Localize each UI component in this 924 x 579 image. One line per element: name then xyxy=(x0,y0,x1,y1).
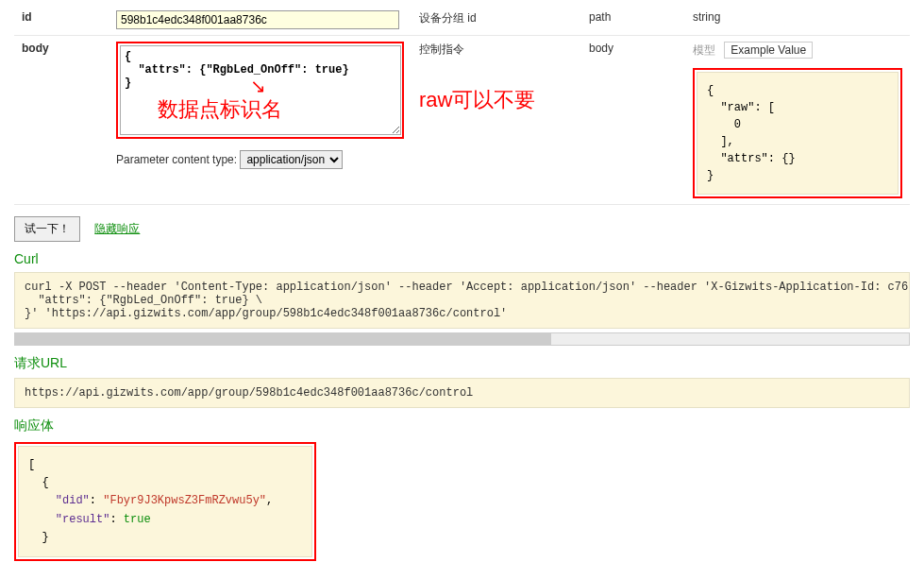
id-input[interactable] xyxy=(116,10,399,29)
parameters-table: id 设备分组 id path string body ↘ 数据点标识名 Par… xyxy=(14,5,910,205)
tab-example-value[interactable]: Example Value xyxy=(724,42,813,59)
param-desc: 控制指令 xyxy=(419,42,574,58)
content-type-label: Parameter content type: xyxy=(116,153,237,166)
param-label: id xyxy=(14,5,109,36)
param-row-body: body ↘ 数据点标识名 Parameter content type: ap… xyxy=(14,36,910,205)
body-input-wrap: ↘ 数据点标识名 xyxy=(116,42,404,139)
param-label: body xyxy=(14,36,109,205)
curl-block[interactable]: curl -X POST --header 'Content-Type: app… xyxy=(14,272,910,329)
curl-heading: Curl xyxy=(14,251,910,266)
body-textarea[interactable] xyxy=(120,45,401,135)
action-row: 试一下！ 隐藏响应 xyxy=(14,216,910,242)
response-body-box: [ { "did": "Fbyr9J3KpwsZ3FmRZvwu5y", "re… xyxy=(14,442,316,561)
response-body-heading: 响应体 xyxy=(14,417,910,434)
request-url-heading: 请求URL xyxy=(14,355,910,372)
model-tabs: 模型 Example Value xyxy=(693,42,902,59)
request-url-block[interactable]: https://api.gizwits.com/app/group/598b1c… xyxy=(14,378,910,408)
tab-model[interactable]: 模型 xyxy=(693,43,715,57)
content-type-select[interactable]: application/json xyxy=(240,150,343,169)
example-value-box: { "raw": [ 0 ], "attrs": {} } xyxy=(693,68,902,198)
param-in: path xyxy=(581,5,685,36)
param-in: body xyxy=(581,36,685,205)
response-body-code[interactable]: [ { "did": "Fbyr9J3KpwsZ3FmRZvwu5y", "re… xyxy=(18,446,312,557)
curl-scrollbar[interactable] xyxy=(14,332,910,346)
raw-annotation: raw可以不要 xyxy=(419,86,574,114)
hide-response-link[interactable]: 隐藏响应 xyxy=(94,222,140,235)
example-value-code[interactable]: { "raw": [ 0 ], "attrs": {} } xyxy=(697,72,899,195)
scrollbar-thumb[interactable] xyxy=(15,333,551,345)
param-row-id: id 设备分组 id path string xyxy=(14,5,910,36)
try-button[interactable]: 试一下！ xyxy=(14,216,80,242)
param-desc: 设备分组 id xyxy=(412,5,581,36)
content-type-row: Parameter content type: application/json xyxy=(116,150,404,169)
param-type: string xyxy=(685,5,910,36)
